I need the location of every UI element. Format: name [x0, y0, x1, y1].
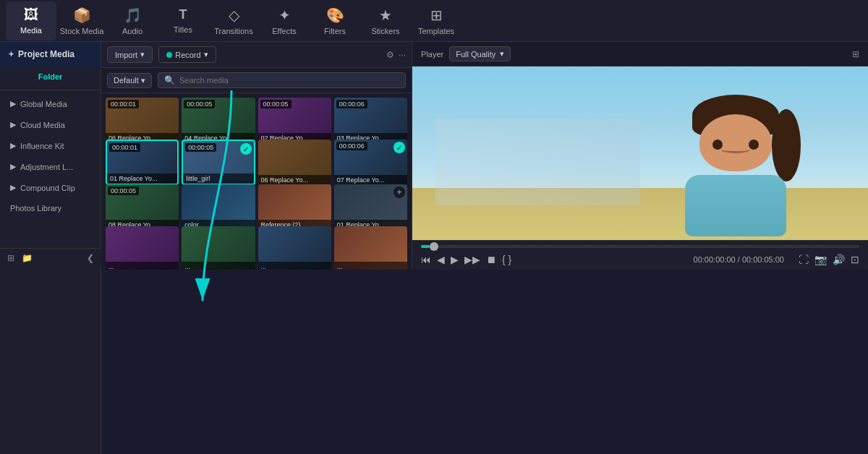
quality-chevron-icon: ▾ — [500, 49, 504, 59]
media-filter-bar: Default ▾ 🔍 — [101, 68, 412, 93]
sidebar-item-photos-library[interactable]: Photos Library — [0, 198, 101, 218]
toolbar-transitions[interactable]: ◇ Transitions — [208, 1, 259, 40]
filters-icon: 🎨 — [326, 7, 344, 24]
media-thumb-13[interactable]: ... — [182, 226, 255, 270]
chevron-right-icon3: ▶ — [10, 141, 16, 150]
preview-frame — [412, 67, 868, 240]
sidebar-header: + Project Media — [0, 42, 101, 67]
toolbar-stickers[interactable]: ★ Stickers — [360, 1, 411, 40]
toolbar-templates[interactable]: ⊞ Templates — [411, 1, 461, 40]
search-input[interactable] — [179, 76, 399, 85]
toolbar-filters[interactable]: 🎨 Filters — [310, 1, 360, 40]
player-label: Player — [421, 50, 443, 59]
filter-icon[interactable]: ⚙ — [386, 50, 394, 60]
media-toolbar: Import ▾ Record ▾ ⚙ ··· — [101, 42, 412, 68]
preview-video — [412, 67, 868, 240]
main-area: + Project Media Folder ▶ Global Media ▶ … — [0, 42, 868, 454]
stickers-icon: ★ — [379, 7, 392, 24]
top-toolbar: 🖼 Media 📦 Stock Media 🎵 Audio T Titles ◇… — [0, 0, 868, 42]
media-thumb-6[interactable]: 06 Replace Yo... — [258, 140, 331, 185]
record-button[interactable]: Record ▾ — [158, 46, 216, 63]
toolbar-effects[interactable]: ✦ Effects — [259, 1, 310, 40]
preview-header: Player Full Quality ▾ ⊞ — [412, 42, 868, 67]
sidebar-item-folder[interactable]: Folder — [0, 67, 101, 87]
step-back-button[interactable]: ◀ — [437, 254, 445, 265]
record-chevron-icon: ▾ — [204, 50, 208, 59]
chevron-right-icon2: ▶ — [10, 120, 16, 129]
playback-controls: ⏮ ◀ ▶ ▶▶ ⏹ { } 00:00:00:00 / 00:00:05:00… — [421, 254, 859, 265]
add-media-icon[interactable]: 📁 — [22, 253, 33, 263]
quality-select[interactable]: Full Quality ▾ — [449, 46, 511, 61]
add-icon: + — [393, 187, 405, 198]
import-button[interactable]: Import ▾ — [107, 46, 153, 63]
default-chevron-icon: ▾ — [141, 76, 145, 85]
sidebar-item-adjustment[interactable]: ▶ Adjustment L... — [0, 156, 101, 177]
preview-area: Player Full Quality ▾ ⊞ — [412, 42, 868, 270]
media-grid: 00:00:01 06 Replace Yo... 00:00:05 04 Re… — [101, 93, 412, 270]
media-thumb-14[interactable]: ... — [258, 226, 331, 270]
chevron-right-icon: ▶ — [10, 99, 16, 108]
media-thumb-10[interactable]: Reference (2) — [258, 184, 331, 230]
loop-button[interactable]: { } — [502, 254, 511, 265]
toolbar-stock-media[interactable]: 📦 Stock Media — [56, 1, 107, 40]
sidebar-item-compound-clip[interactable]: ▶ Compound Clip — [0, 177, 101, 198]
media-thumb-12[interactable]: ... — [106, 226, 179, 270]
beach-scene — [435, 119, 641, 205]
search-box: 🔍 — [158, 72, 406, 88]
media-toolbar-right: ⚙ ··· — [386, 50, 406, 60]
media-thumb-5[interactable]: 00:00:05 ✓ little_girl — [182, 140, 255, 185]
default-sort-button[interactable]: Default ▾ — [107, 73, 152, 88]
media-thumb-11[interactable]: + 01 Replace Yo... — [334, 184, 407, 230]
sidebar-divider — [0, 90, 101, 90]
step-forward-button[interactable]: ▶▶ — [464, 254, 480, 265]
fullscreen-button[interactable]: ⛶ — [799, 254, 809, 265]
left-sidebar: + Project Media Folder ▶ Global Media ▶ … — [0, 42, 101, 454]
transitions-icon: ◇ — [229, 7, 239, 24]
pip-button[interactable]: ⊡ — [851, 254, 859, 265]
audio-icon: 🎵 — [124, 7, 142, 24]
media-thumb-1[interactable]: 00:00:05 04 Replace Yo... — [182, 98, 255, 143]
camera-button[interactable]: 📷 — [814, 254, 827, 265]
sidebar-item-global-media[interactable]: ▶ Global Media — [0, 93, 101, 114]
girl-figure — [650, 80, 822, 236]
sidebar-item-influence-kit[interactable]: ▶ Influence Kit — [0, 135, 101, 156]
progress-bar[interactable] — [421, 245, 859, 248]
media-icon: 🖼 — [24, 7, 38, 23]
skip-start-button[interactable]: ⏮ — [421, 254, 431, 265]
search-icon: 🔍 — [164, 75, 175, 85]
media-thumb-2[interactable]: 00:00:05 02 Replace Yo... — [258, 98, 331, 143]
skip-end-button[interactable]: ⏹ — [486, 254, 496, 265]
checkmark-icon: ✓ — [240, 143, 252, 155]
sidebar-item-cloud-media[interactable]: ▶ Cloud Media — [0, 114, 101, 135]
girl-body — [685, 175, 786, 237]
chevron-collapse-icon[interactable]: ❮ — [87, 253, 94, 263]
chevron-right-icon4: ▶ — [10, 162, 16, 171]
chevron-right-icon5: ▶ — [10, 183, 16, 192]
plus-icon: + — [9, 49, 14, 59]
media-thumb-0[interactable]: 00:00:01 06 Replace Yo... — [106, 98, 179, 143]
grid-view-icon[interactable]: ⊞ — [852, 49, 859, 59]
preview-header-icons: ⊞ — [852, 49, 859, 59]
media-thumb-15[interactable]: ... — [334, 226, 407, 270]
media-thumb-9[interactable]: color — [182, 184, 255, 230]
media-thumb-8[interactable]: 00:00:05 08 Replace Yo... — [106, 184, 179, 230]
progress-dot — [430, 242, 438, 251]
girl-smile — [721, 146, 750, 153]
toolbar-media[interactable]: 🖼 Media — [6, 1, 56, 40]
media-thumb-7[interactable]: 00:00:06 ✓ 07 Replace Yo... — [334, 140, 407, 185]
effects-icon: ✦ — [278, 7, 291, 24]
sidebar-bottom-bar: ⊞ 📁 ❮ — [0, 248, 101, 267]
girl-face — [699, 114, 772, 171]
toolbar-audio[interactable]: 🎵 Audio — [107, 1, 158, 40]
more-options-icon[interactable]: ··· — [399, 50, 406, 60]
play-button[interactable]: ▶ — [451, 254, 459, 265]
volume-button[interactable]: 🔊 — [833, 254, 845, 265]
media-thumb-3[interactable]: 00:00:06 03 Replace Yo... — [334, 98, 407, 143]
new-folder-icon[interactable]: ⊞ — [7, 253, 14, 263]
toolbar-titles[interactable]: T Titles — [158, 1, 208, 40]
import-chevron-icon: ▾ — [140, 50, 145, 59]
time-display: 00:00:00:00 / 00:00:05:00 — [694, 255, 784, 264]
checkmark-icon2: ✓ — [393, 142, 405, 153]
media-thumb-4[interactable]: 00:00:01 01 Replace Yo... — [106, 140, 179, 185]
girl-right-eye — [749, 140, 759, 150]
